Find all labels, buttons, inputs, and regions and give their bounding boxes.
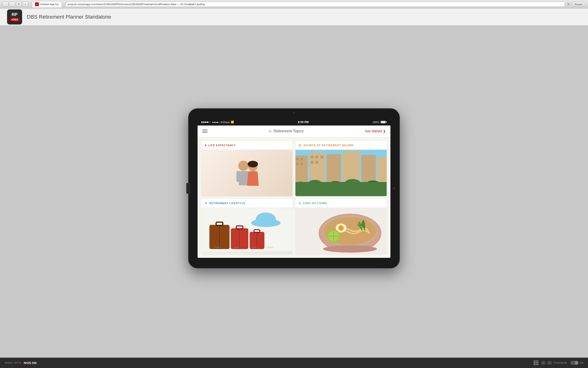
svg-rect-21	[316, 161, 318, 163]
source-of-income-card[interactable]: ⊞ SOURCE OF RETIREMENT INCOME	[295, 141, 387, 196]
couple-svg	[223, 157, 271, 188]
battery-fill	[381, 121, 385, 123]
card-header-cost: ⊻ COST OF LIVING	[295, 199, 387, 208]
cost-of-living-card[interactable]: ⊻ COST OF LIVING	[295, 199, 387, 254]
svg-rect-14	[301, 158, 303, 160]
hamburger-menu-button[interactable]	[202, 129, 207, 133]
comments-toggle[interactable]: Off	[570, 361, 583, 365]
card-header-income: ⊞ SOURCE OF RETIREMENT INCOME	[295, 141, 387, 150]
status-right: 100%	[373, 121, 387, 124]
signal-dots	[201, 121, 210, 123]
card-header-lifestyle: ✈ RETIREMENT LIFESTYLE	[201, 199, 293, 208]
topics-icon: ⊟	[269, 129, 272, 133]
svg-rect-19	[321, 155, 323, 158]
signal-dot-1	[201, 121, 203, 123]
svg-point-49	[338, 225, 344, 230]
svg-rect-15	[296, 163, 298, 165]
buildings-illustration	[295, 150, 387, 196]
status-left: ●●●●○ InVision 📶	[201, 120, 234, 124]
hamburger-line-3	[202, 132, 207, 133]
home-button[interactable]	[393, 187, 395, 190]
luggage-illustration: iStock iStock iStock iStock	[201, 208, 293, 254]
app-icon-dbs: ×DBS	[10, 18, 19, 21]
svg-rect-16	[301, 163, 303, 165]
front-camera	[293, 112, 295, 113]
comment-controls: 0 0 Comments	[541, 361, 567, 365]
reader-button[interactable]: Reader	[572, 2, 585, 7]
card-title-income: SOURCE OF RETIREMENT INCOME	[303, 144, 354, 147]
svg-rect-20	[311, 161, 314, 163]
svg-rect-18	[316, 155, 318, 158]
couple-illustration	[201, 150, 293, 196]
chart-icon: ⊻	[299, 201, 301, 205]
ipad-mockup: ●●●●○ InVision 📶 8:00 PM 100%	[188, 108, 400, 268]
food-image	[295, 208, 387, 254]
volume-button	[186, 183, 190, 194]
browser-chrome: ‹ › ↻ + V InVision App Inc projects.invi…	[0, 0, 588, 9]
card-title-life: LIFE EXPECTANCY	[208, 144, 236, 147]
toggle-label: Off	[580, 361, 583, 364]
get-started-label: Get Started	[365, 129, 382, 133]
life-expectancy-card[interactable]: ♥ LIFE EXPECTANCY	[201, 141, 293, 196]
main-content: ●●●●○ InVision 📶 8:00 PM 100%	[0, 25, 588, 351]
browser-tab[interactable]: V InVision App Inc	[32, 1, 62, 7]
address-bar[interactable]: projects.invisionapp.com/share/2UWG4WPR#…	[66, 2, 565, 7]
svg-rect-12	[377, 157, 387, 184]
buildings-image	[295, 150, 387, 196]
nav-buttons: ‹ › ↻ +	[3, 2, 28, 7]
building-icon: ⊞	[299, 143, 301, 147]
svg-rect-17	[311, 155, 314, 158]
navbar-title-text: Retirement Topics	[273, 129, 304, 133]
status-time: 8:00 PM	[298, 120, 308, 124]
signal-dot-5	[209, 121, 210, 123]
svg-text:iStock: iStock	[251, 246, 257, 248]
hamburger-line-1	[202, 129, 207, 130]
heart-icon: ♥	[205, 143, 207, 147]
battery-icon	[381, 121, 387, 123]
tab-bar: V InVision App Inc	[32, 1, 62, 7]
svg-point-5	[248, 161, 258, 167]
invision-footer: MADE WITH iNVISiON 0 0 Comments Off	[0, 358, 588, 368]
toggle-knob	[575, 361, 578, 364]
topics-grid: ♥ LIFE EXPECTANCY	[198, 137, 390, 258]
retirement-lifestyle-card[interactable]: ✈ RETIREMENT LIFESTYLE	[201, 199, 293, 254]
svg-rect-9	[326, 154, 341, 184]
made-with-section: MADE WITH iNVISiON	[5, 361, 36, 365]
trees-decoration	[295, 182, 387, 196]
carrier-label: ●●●●○ InVision	[212, 121, 230, 124]
grid-view-button[interactable]	[534, 360, 538, 365]
footer-right: 0 0 Comments Off	[534, 360, 583, 365]
reload-icon[interactable]: ↻	[566, 2, 571, 7]
app-navbar: ⊟ Retirement Topics Get Started ❯	[198, 126, 390, 137]
app-icon-rp: RP	[11, 12, 18, 18]
signal-dot-3	[205, 121, 207, 123]
tab-favicon: V	[35, 2, 39, 6]
reload-button[interactable]: ↻	[16, 2, 22, 7]
tab-label: InVision App Inc	[40, 3, 59, 6]
battery-body	[381, 121, 386, 123]
new-tab-button[interactable]: +	[23, 2, 28, 7]
svg-text:iStock: iStock	[215, 246, 221, 248]
svg-text:iStock: iStock	[234, 246, 239, 248]
svg-rect-13	[296, 158, 298, 160]
card-title-cost: COST OF LIVING	[303, 202, 327, 205]
ipad-screen: ●●●●○ InVision 📶 8:00 PM 100%	[198, 119, 390, 258]
made-with-text: MADE WITH	[5, 361, 22, 364]
hamburger-line-2	[202, 131, 207, 131]
svg-rect-11	[361, 155, 376, 184]
ios-status-bar: ●●●●○ InVision 📶 8:00 PM 100%	[198, 119, 390, 126]
get-started-button[interactable]: Get Started ❯	[365, 129, 386, 133]
luggage-image: iStock iStock iStock iStock	[201, 208, 293, 254]
comment-count-1: 0	[541, 361, 545, 365]
signal-dot-4	[207, 121, 208, 123]
forward-button[interactable]: ›	[9, 2, 15, 7]
comments-label: Comments	[554, 361, 567, 364]
back-button[interactable]: ‹	[3, 2, 9, 7]
svg-rect-2	[236, 171, 241, 182]
toggle-switch[interactable]	[570, 361, 579, 365]
svg-point-0	[238, 161, 249, 171]
app-icon: RP ×DBS	[7, 9, 22, 25]
comment-count-2: 0	[547, 361, 552, 365]
battery-percent: 100%	[373, 121, 379, 124]
get-started-chevron: ❯	[383, 129, 386, 133]
